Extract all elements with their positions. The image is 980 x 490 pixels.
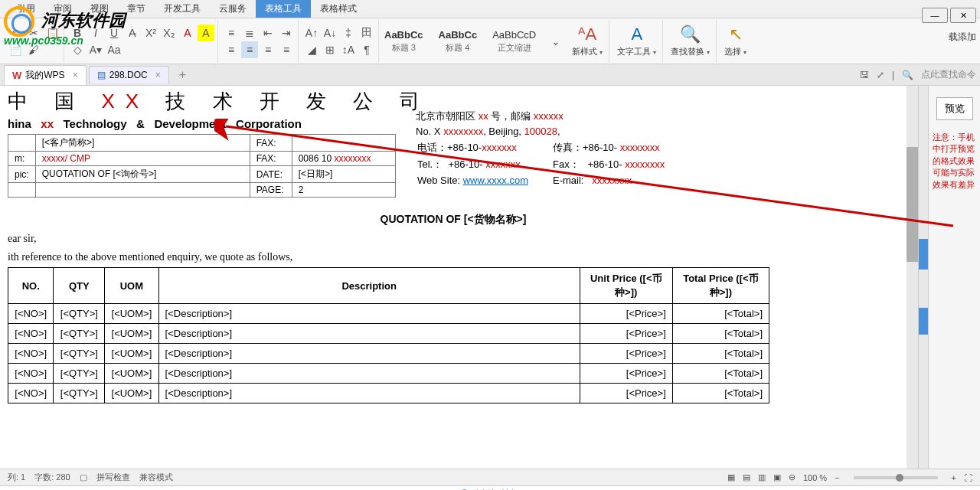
superscript-button[interactable]: X² [142,24,159,41]
line-spacing-button[interactable]: ‡ [340,24,357,41]
doc-tabs-bar: W 我的WPS × ▤ 298.DOC × + 🖫 ⤢ | 🔍 点此查找命令 [0,64,980,86]
zoom-level[interactable]: 100 % [803,473,827,482]
grow-font-button[interactable]: A↑ [303,24,320,41]
menu-bar: 引用 审阅 视图 章节 开发工具 云服务 表格工具 表格样式 [0,0,980,18]
tab-close-icon[interactable]: × [155,70,161,80]
greeting-text: ear sir, [8,233,899,245]
border-button[interactable]: 田 [358,24,375,41]
new-style-icon: ᴬA [578,24,596,44]
table-row[interactable]: [<NO>][<QTY>][<UOM>][<Description>][<Pri… [8,344,769,364]
new-tab-button[interactable]: + [172,65,194,85]
status-words: 字数: 280 [34,472,70,483]
para-mark-button[interactable]: ¶ [358,41,375,58]
load-add-label: 载添加 [949,31,976,44]
align-left-button[interactable]: ≡ [223,41,240,58]
tabs-button[interactable]: ⊞ [322,41,338,58]
table-row[interactable]: [<NO>][<QTY>][<UOM>][<Description>][<Pri… [8,384,769,403]
menu-item-devtools[interactable]: 开发工具 [155,0,210,18]
strike-button[interactable]: A̶ [124,24,141,41]
style-heading3[interactable]: AaBbCc 标题 3 [381,28,427,55]
tab-close-icon[interactable]: × [73,70,78,80]
close-button[interactable]: ✕ [950,8,976,23]
preview-warning: 注意：手机中打开预览的格式效果可能与实际效果有差异 [933,132,976,191]
view-print-button[interactable]: ▦ [727,472,735,482]
search-hint[interactable]: 点此查找命令 [921,68,976,81]
subscript-button[interactable]: X₂ [161,24,178,41]
tab-mywps[interactable]: W 我的WPS × [4,65,87,85]
find-replace-group[interactable]: 🔍 查找替换 ▾ [665,20,717,63]
styles-more-button[interactable]: ⌄ [547,33,564,50]
view-web-button[interactable]: ▥ [758,472,766,482]
website-link[interactable]: www.xxxx.com [463,175,528,186]
align-center-button[interactable]: ≡ [241,41,258,58]
indent-dec-button[interactable]: ⇤ [260,24,276,41]
save-icon[interactable]: 🖫 [860,70,869,80]
shading-button[interactable]: ◢ [303,41,320,58]
site-watermark: 河东软件园 www.pc0359.cn [4,6,126,47]
zoom-minus-button[interactable]: − [835,473,839,482]
shrink-font-button[interactable]: A↓ [322,24,338,41]
find-replace-icon: 🔍 [680,24,701,44]
status-bar: 列: 1 字数: 280 ▢ 拼写检查 兼容模式 ▦ ▤ ▥ ▣ ⊖ 100 %… [0,469,980,485]
company-info-block: 北京市朝阳区 xx 号，邮编 xxxxxx No. X xxxxxxxx, Be… [416,109,689,190]
new-style-group[interactable]: ᴬA 新样式 ▾ [566,20,609,63]
preview-button[interactable]: 预览 [936,97,973,120]
zoom-plus-button[interactable]: + [952,473,956,482]
sort-button[interactable]: ↕A [340,41,357,58]
numbering-button[interactable]: ≣ [241,24,258,41]
menu-item-tablestyle[interactable]: 表格样式 [311,0,366,18]
select-group[interactable]: ↖ 选择 ▾ [718,20,753,63]
zoom-out-button[interactable]: ⊖ [789,472,795,482]
zoom-slider[interactable] [854,476,938,479]
header-info-table[interactable]: [<客户简称>]FAX: m:xxxxx/ CMPFAX:0086 10 xxx… [8,134,396,198]
text-tools-icon: A [631,24,642,44]
align-right-button[interactable]: ≡ [260,41,276,58]
wps-icon: W [12,70,21,81]
bottom-footer: 预览版权所有 [0,485,980,490]
quotation-table[interactable]: NO. QTY UOM Description Unit Price ([<币种… [8,267,769,403]
view-read-button[interactable]: ▣ [773,472,781,482]
style-gallery: AaBbCc 标题 3 AaBbCc 标题 4 AaBbCcD 正文缩进 ⌄ [381,28,564,55]
indent-inc-button[interactable]: ⇥ [278,24,295,41]
table-row[interactable]: [<NO>][<QTY>][<UOM>][<Description>][<Pri… [8,364,769,384]
menu-item-cloud[interactable]: 云服务 [210,0,256,18]
window-controls: — ✕ [922,8,976,23]
bullets-button[interactable]: ≡ [223,24,240,41]
quotation-title: QUOTATION OF [<货物名称>] [8,213,899,227]
status-compat: 兼容模式 [139,472,173,483]
view-outline-button[interactable]: ▤ [743,472,750,482]
expand-icon[interactable]: ⤢ [877,70,884,80]
document-viewport[interactable]: 中 国 XX 技 术 开 发 公 司 hina xx Technology & … [0,86,906,469]
style-body-indent[interactable]: AaBbCcD 正文缩进 [488,28,540,55]
search-icon: 🔍 [902,70,913,80]
vertical-scrollbar[interactable] [906,86,918,469]
tab-298doc[interactable]: ▤ 298.DOC × [89,66,169,83]
minimize-button[interactable]: — [922,8,948,23]
fontcolor-button[interactable]: A [179,24,196,41]
reference-text: ith reference to the above mentioned enq… [8,251,899,263]
table-row[interactable]: [<NO>][<QTY>][<UOM>][<Description>][<Pri… [8,304,769,324]
ruler-right [918,86,928,469]
watermark-text: 河东软件园 [41,11,126,30]
ribbon: ↶ ✂ 📋 📄 🖌 B I U A̶ X² X₂ A A ◇ A▾ Aa ≡ ≣ [0,18,980,64]
right-panel: 预览 注意：手机中打开预览的格式效果可能与实际效果有差异 [928,86,980,469]
style-heading4[interactable]: AaBbCc 标题 4 [435,28,482,55]
text-tools-group[interactable]: A 文字工具 ▾ [611,20,663,63]
menu-item-tabletools[interactable]: 表格工具 [256,0,311,18]
doc-icon: ▤ [97,70,106,80]
status-spellcheck[interactable]: 拼写检查 [96,472,130,483]
table-row[interactable]: [<NO>][<QTY>][<UOM>][<Description>][<Pri… [8,324,769,344]
highlight-button[interactable]: A [198,24,214,41]
align-justify-button[interactable]: ≡ [278,41,295,58]
select-icon: ↖ [729,24,743,44]
status-column: 列: 1 [8,472,25,483]
fullscreen-button[interactable]: ⛶ [964,473,972,482]
